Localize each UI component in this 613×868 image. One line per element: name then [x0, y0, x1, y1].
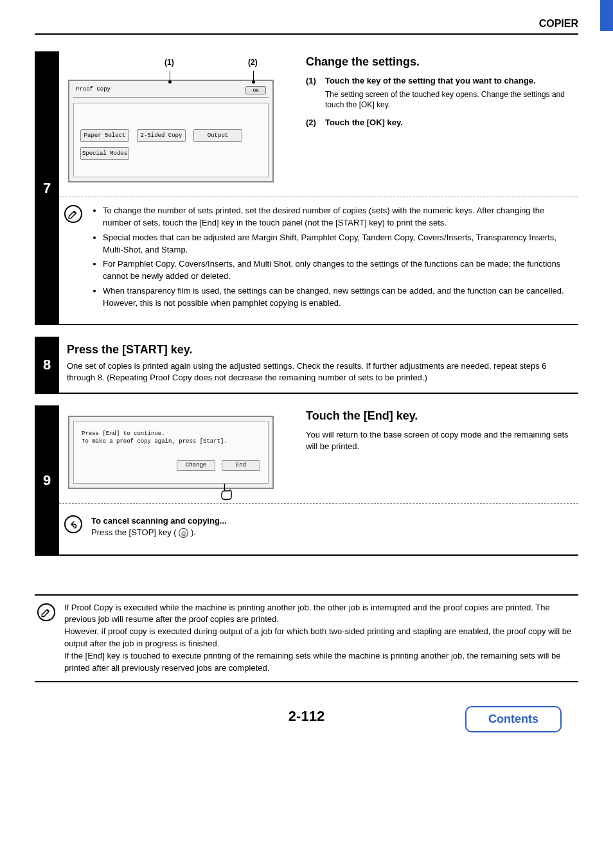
step-number-9: 9	[35, 405, 59, 555]
final-note-p3: If the [End] key is touched to execute p…	[64, 650, 576, 675]
cancel-body-post: ).	[191, 527, 196, 537]
item2-num: (2)	[306, 117, 325, 128]
note-bullet: For Pamphlet Copy, Covers/Inserts, and M…	[103, 258, 573, 283]
screen-title: Proof Copy	[76, 86, 111, 94]
callout-2-label: (2)	[248, 58, 258, 67]
pencil-note-icon	[64, 205, 82, 223]
step-back-icon	[64, 515, 82, 533]
end-screen: Press [End] to continue. To make a proof…	[68, 416, 274, 489]
chapter-header: COPIER	[35, 18, 578, 35]
special-modes-button: Special Modes	[80, 147, 129, 160]
cancel-title: To cancel scanning and copying...	[91, 515, 227, 527]
item2-main: Touch the [OK] key.	[325, 117, 403, 128]
step-8: 8 Press the [START] key. One set of copi…	[35, 337, 578, 394]
step-number-8: 8	[35, 337, 59, 394]
end-screen-line1: Press [End] to continue.	[82, 430, 260, 438]
step-number-7: 7	[35, 51, 59, 325]
output-button: Output	[193, 129, 242, 142]
step9-body: You will return to the base screen of co…	[306, 429, 578, 452]
end-screen-line2: To make a proof copy again, press [Start…	[82, 438, 260, 446]
pencil-note-icon	[37, 603, 55, 621]
contents-button[interactable]: Contents	[465, 706, 562, 732]
item1-sub: The setting screen of the touched key op…	[325, 87, 578, 111]
step-9: 9 Press [End] to continue. To make a pro…	[35, 405, 578, 555]
step8-heading: Press the [START] key.	[67, 343, 573, 357]
step9-heading: Touch the [End] key.	[306, 409, 578, 423]
end-button: End	[222, 460, 260, 472]
note-bullet: When transparency film is used, the sett…	[103, 285, 573, 310]
note-bullet: To change the number of sets printed, se…	[103, 205, 573, 229]
ok-button: OK	[245, 86, 266, 94]
paper-select-button: Paper Select	[80, 129, 129, 142]
hand-pointer-icon	[216, 481, 235, 500]
final-note-p1: If Proof Copy is executed while the mach…	[64, 602, 576, 626]
callout-1-label: (1)	[164, 58, 174, 67]
final-note-p2: However, if proof copy is executed durin…	[64, 626, 576, 650]
item1-num: (1)	[306, 75, 325, 111]
stop-key-icon: ◎	[179, 528, 188, 538]
item1-main: Touch the key of the setting that you wa…	[325, 75, 578, 87]
cancel-body-pre: Press the [STOP] key (	[91, 527, 177, 537]
step7-notes: To change the number of sets printed, se…	[91, 205, 573, 312]
proof-copy-screen: Proof Copy OK Paper Select 2-Sided Copy …	[68, 80, 274, 182]
step7-heading: Change the settings.	[306, 55, 578, 69]
step-7: 7 (1) (2) Proof Copy OK	[35, 51, 578, 325]
change-button: Change	[177, 460, 215, 472]
note-bullet: Special modes that can be adjusted are M…	[103, 232, 573, 256]
step8-body: One set of copies is printed again using…	[67, 360, 573, 384]
two-sided-copy-button: 2-Sided Copy	[137, 129, 186, 142]
final-note: If Proof Copy is executed while the mach…	[35, 594, 578, 682]
